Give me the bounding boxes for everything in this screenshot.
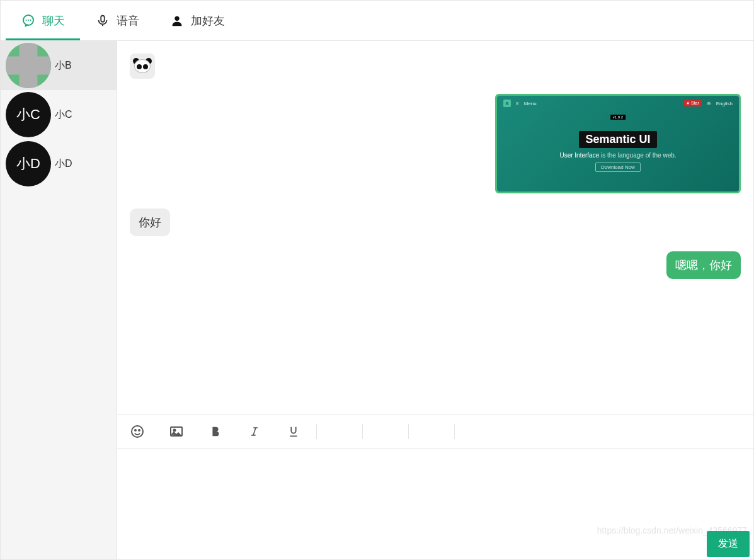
toolbar-separator: [362, 424, 363, 439]
tab-label: 加好友: [191, 13, 225, 28]
contact-item[interactable]: 小D 小D: [1, 139, 117, 188]
mic-icon: [95, 13, 110, 28]
underline-button[interactable]: [285, 423, 302, 440]
message-bubble: 你好: [130, 209, 170, 236]
svg-point-10: [174, 430, 176, 431]
toolbar-separator: [408, 424, 409, 439]
svg-point-2: [28, 20, 29, 21]
message-outgoing-text: 嗯嗯，你好: [130, 251, 741, 279]
message-incoming-text: 你好: [130, 209, 741, 236]
semanticui-title: Semantic UI: [579, 131, 656, 148]
tab-voice[interactable]: 语音: [80, 1, 154, 40]
input-area: https://blog.csdn.net/weixin_43566977 发送: [117, 449, 753, 559]
tab-chat[interactable]: 聊天: [6, 1, 80, 40]
message-bubble: 嗯嗯，你好: [666, 251, 741, 279]
toolbar-separator: [454, 424, 455, 439]
contact-sidebar: 小B 小C 小C 小D 小D: [1, 41, 117, 559]
panda-emoji: [130, 54, 155, 79]
tab-label: 语音: [117, 13, 139, 28]
editor-toolbar: [117, 415, 753, 448]
contact-name: 小B: [55, 59, 72, 72]
image-button[interactable]: [168, 423, 185, 440]
svg-point-8: [139, 430, 140, 431]
contact-name: 小C: [55, 108, 72, 122]
main: 小B 小C 小C 小D 小D: [1, 41, 753, 559]
tabs-bar: 聊天 语音 加好友: [1, 1, 753, 41]
avatar: 小D: [6, 141, 51, 186]
avatar: 小C: [6, 92, 51, 137]
image-attachment[interactable]: S ≡ Menu ★ Star ⊕ English: [495, 94, 741, 193]
app-root: 聊天 语音 加好友 小B 小C 小C 小D: [0, 0, 754, 560]
avatar: [6, 43, 51, 88]
tab-label: 聊天: [42, 13, 65, 28]
svg-point-5: [174, 16, 179, 20]
svg-point-3: [30, 20, 31, 21]
editor-toolbar-wrap: https://blog.csdn.net/weixin_43566977 发送: [117, 414, 753, 559]
toolbar-separator: [316, 424, 317, 439]
message-input[interactable]: [117, 449, 753, 559]
chat-area: S ≡ Menu ★ Star ⊕ English: [117, 41, 753, 559]
github-badge: ★ Star: [683, 100, 702, 106]
chat-icon: [21, 13, 36, 28]
svg-point-6: [132, 426, 143, 437]
contact-name: 小D: [55, 157, 72, 171]
messages: S ≡ Menu ★ Star ⊕ English: [117, 41, 753, 414]
italic-button[interactable]: [246, 423, 263, 440]
toolbar-extra-3[interactable]: [423, 423, 440, 440]
toolbar-extra-2[interactable]: [377, 423, 394, 440]
semanticui-logo-icon: S: [503, 100, 511, 107]
svg-point-1: [26, 20, 27, 21]
message-outgoing-image: S ≡ Menu ★ Star ⊕ English: [130, 94, 741, 193]
tab-addfriend[interactable]: 加好友: [154, 1, 240, 40]
message-incoming-emoji: [130, 54, 741, 79]
bold-button[interactable]: [207, 423, 224, 440]
contact-item[interactable]: 小C 小C: [1, 90, 117, 139]
svg-point-7: [135, 430, 136, 431]
send-button[interactable]: 发送: [707, 531, 750, 557]
svg-rect-4: [101, 15, 105, 21]
emoji-button[interactable]: [129, 423, 146, 440]
toolbar-extra-1[interactable]: [331, 423, 348, 440]
person-icon: [169, 13, 185, 28]
contact-item[interactable]: 小B: [1, 41, 117, 90]
